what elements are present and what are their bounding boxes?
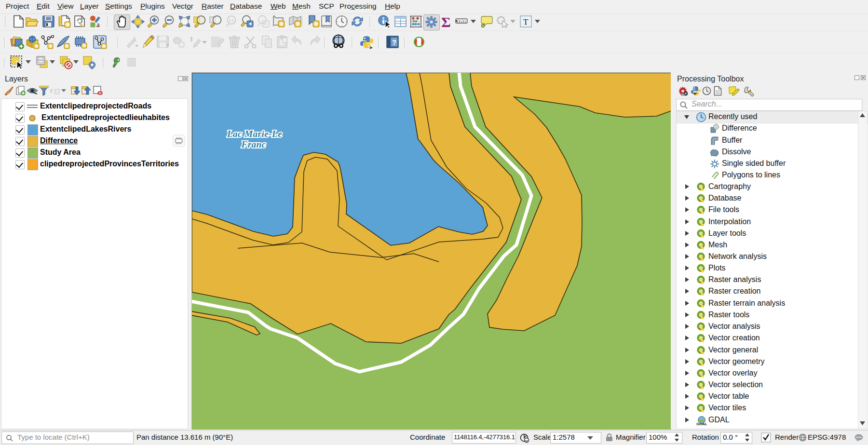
svg-text:1:1: 1:1 [229, 18, 234, 23]
svg-text:a: a [96, 21, 100, 28]
svg-text:GDAL: GDAL [696, 422, 707, 426]
svg-text:Franc: Franc [241, 139, 266, 149]
svg-text:?: ? [392, 38, 396, 46]
svg-text:T: T [523, 17, 529, 27]
svg-text:ε: ε [50, 86, 53, 94]
svg-text:Σ: Σ [441, 15, 451, 28]
svg-text:Lac Marie-Le: Lac Marie-Le [227, 129, 282, 139]
